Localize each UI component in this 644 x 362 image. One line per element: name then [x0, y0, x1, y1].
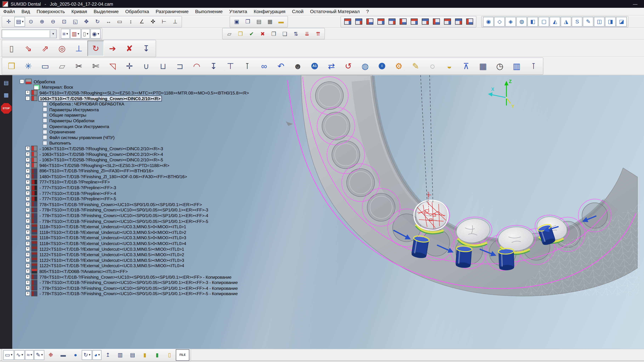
info-icon[interactable]: i: [374, 58, 390, 74]
fixture-display-dropdown[interactable]: ▯▾: [81, 29, 90, 38]
expand-box[interactable]: +: [26, 275, 30, 279]
file-export-icon[interactable]: FILE: [176, 349, 190, 361]
view-cube-iso-3[interactable]: [431, 17, 442, 26]
measure-angle-icon[interactable]: ∠: [136, 17, 147, 26]
operator-icon[interactable]: ☻: [290, 58, 306, 74]
toolpath-delete-icon[interactable]: ✘: [121, 40, 138, 56]
model-mark-icon[interactable]: ◫: [594, 17, 605, 26]
menu-configuration[interactable]: Конфигурация: [250, 9, 289, 14]
tree-label[interactable]: Обработка: [33, 79, 56, 84]
model-curve-icon[interactable]: S: [572, 17, 582, 26]
model-bounding-icon[interactable]: ▢: [538, 17, 549, 26]
screwdriver-icon[interactable]: ✎: [408, 58, 424, 74]
stock-green-icon[interactable]: ▮: [151, 350, 163, 360]
view-cube-front[interactable]: [364, 17, 375, 26]
tree-label[interactable]: 1118<TS10><T:/D1B-?/External_Undercut><U…: [38, 224, 187, 229]
zoom-window-icon[interactable]: ⊡: [59, 17, 70, 26]
tree-label[interactable]: - 778<TS10><T:/D1B-?/Finishing_Crown><UC…: [38, 213, 209, 218]
scissors-icon[interactable]: ✂: [71, 58, 87, 74]
mill-preview-icon[interactable]: ❉: [45, 350, 57, 360]
viewbar-list-icon[interactable]: ▦: [0, 90, 12, 100]
cap-tooth-icon[interactable]: ◠: [188, 58, 205, 74]
selection-filter-dropdown[interactable]: ≡▾: [61, 29, 70, 38]
stock-barrel-icon[interactable]: ▯: [164, 350, 176, 360]
expand-box[interactable]: +: [26, 208, 30, 212]
view-cube-iso-4[interactable]: [442, 17, 453, 26]
job-import-icon[interactable]: ⇘: [20, 40, 37, 56]
tree-label[interactable]: 805<TS10><T:/D06B-?/Anatomic><ITL0><FF>: [38, 269, 128, 274]
bucket-icon[interactable]: ◒: [441, 58, 458, 74]
surface-flat-icon[interactable]: ▬: [57, 350, 69, 360]
expand-box[interactable]: +: [26, 247, 30, 251]
model-transparent-icon[interactable]: ◍: [516, 17, 527, 26]
tree-label[interactable]: Файл системы управления (ЧПУ): [48, 135, 116, 140]
machine-panel-icon[interactable]: ▥: [508, 58, 525, 74]
layer-combo-input[interactable]: [2, 30, 50, 37]
tree-item[interactable]: +1118<TS10><T:/D1B-?/External_Undercut><…: [26, 230, 250, 235]
expand-box[interactable]: +: [26, 291, 30, 296]
tree-label[interactable]: 1063<TS10><T:/D25B-?/Roughing_Crown><DIN…: [38, 95, 162, 101]
tree-label[interactable]: - 777<TS10><T:/D1B-?/Prepline><FF>-3: [38, 185, 117, 190]
op-new-icon[interactable]: ▱: [224, 29, 235, 38]
tree-item[interactable]: +1480<TS10><T:/D1B-?/Finishing_Zl_180><I…: [26, 174, 250, 179]
copy-view-icon[interactable]: ❐: [242, 17, 253, 26]
tree-label[interactable]: Выполнить: [48, 140, 72, 145]
op-reorder-icon[interactable]: ⇅: [290, 29, 301, 38]
menu-view[interactable]: Вид: [18, 9, 33, 14]
stop-icon[interactable]: STOP: [0, 102, 12, 115]
a1-badge-icon[interactable]: A1: [306, 58, 323, 74]
tree-label[interactable]: 777<TS10><T:/D1B-?/Prepline><FF>: [38, 180, 111, 185]
tree-item[interactable]: +- 1063<TS10><T:/D25B-?/Roughing_Crown><…: [26, 151, 250, 157]
tree-subitem[interactable]: Обработка : ЧЕРНОВАЯ ОБРАБОТКА: [43, 101, 250, 107]
view-cube-iso-5[interactable]: [453, 17, 464, 26]
implant-axis-icon[interactable]: ↧: [138, 40, 154, 56]
minimize-button[interactable]: —: [629, 1, 642, 6]
tree-item[interactable]: -1063<TS10><T:/D25B-?/Roughing_Crown><DI…: [26, 95, 250, 101]
link-swap-icon[interactable]: ⇄: [323, 58, 340, 74]
expand-box[interactable]: +: [26, 241, 30, 246]
tree-label[interactable]: 1122<TS10><T:/D1B-?/External_Undercut><U…: [38, 263, 185, 268]
expand-box[interactable]: +: [26, 252, 30, 257]
tree-item[interactable]: +- 777<TS10><T:/D1B-?/Prepline><FF>-4: [26, 190, 250, 196]
model-shell-icon[interactable]: ◪: [616, 17, 627, 26]
expand-box[interactable]: +: [26, 258, 30, 262]
viewbar-top-icon[interactable]: ▤: [0, 77, 12, 87]
postprocess-icon[interactable]: ➔: [104, 40, 121, 56]
toolpath-display-dropdown[interactable]: ◉▾: [90, 29, 101, 38]
surface-extend-icon[interactable]: ◹: [104, 58, 121, 74]
op-delete-icon[interactable]: ✖: [257, 29, 268, 38]
expand-box[interactable]: +: [26, 213, 30, 218]
expand-box[interactable]: +: [26, 157, 30, 162]
menu-execution[interactable]: Выполнение: [192, 9, 226, 14]
tree-label[interactable]: - 777<TS10><T:/D1B-?/Prepline><FF>-5: [38, 196, 117, 201]
expand-box[interactable]: +: [26, 174, 30, 179]
tree-label[interactable]: - 778<TS10><T:/D1B-?/Finishing_Crown><UC…: [38, 286, 238, 291]
pan-icon[interactable]: ✥: [81, 17, 92, 26]
op-load-icon[interactable]: ❒: [235, 29, 246, 38]
menu-file[interactable]: Файл: [0, 9, 18, 14]
expand-box[interactable]: +: [26, 169, 30, 173]
print-view-icon[interactable]: ▤: [254, 17, 264, 26]
engrave-tool-dropdown[interactable]: ✎▾: [34, 350, 44, 360]
tool-large-icon[interactable]: ⊤: [222, 58, 238, 74]
tree-item[interactable]: +1122<TS10><T:/D1B-?/External_Undercut><…: [26, 263, 250, 269]
view-cube-back[interactable]: [398, 17, 408, 26]
expand-box[interactable]: +: [26, 197, 30, 201]
tree-item[interactable]: +946<TS10><T:/D25B-?/Roughing><SL2><EZS0…: [26, 162, 250, 168]
dim-vertical-icon[interactable]: ⊥: [170, 17, 180, 26]
mill-head-icon[interactable]: ⊼: [458, 58, 474, 74]
tree-label[interactable]: Материал: Воск: [41, 85, 74, 90]
draw-rect-dropdown[interactable]: ▭▾: [3, 350, 14, 360]
tree-item[interactable]: +- 778<TS10><T:/D1B-?/Finishing_Crown><U…: [26, 291, 250, 297]
op-paste-icon[interactable]: ❑: [280, 29, 290, 38]
viewport[interactable]: X Z Y -ОбработкаМатериал: Воск+946<TS10>…: [12, 75, 644, 349]
disc-blank-icon[interactable]: ◌: [424, 58, 441, 74]
bar-top-icon[interactable]: ↥: [102, 350, 114, 360]
tree-label[interactable]: Ориентация Оси Инструмента: [48, 124, 110, 129]
simulate-rotate-icon[interactable]: ↻: [88, 40, 104, 56]
tree-label[interactable]: 946<TS10><T:/D25B-?/Roughing><SL2><EZS0.…: [38, 90, 250, 95]
model-wireframe-icon[interactable]: ◇: [494, 17, 505, 26]
expand-box[interactable]: +: [26, 219, 30, 223]
expand-box[interactable]: +: [26, 185, 30, 190]
model-section-icon[interactable]: ◧: [528, 17, 538, 26]
